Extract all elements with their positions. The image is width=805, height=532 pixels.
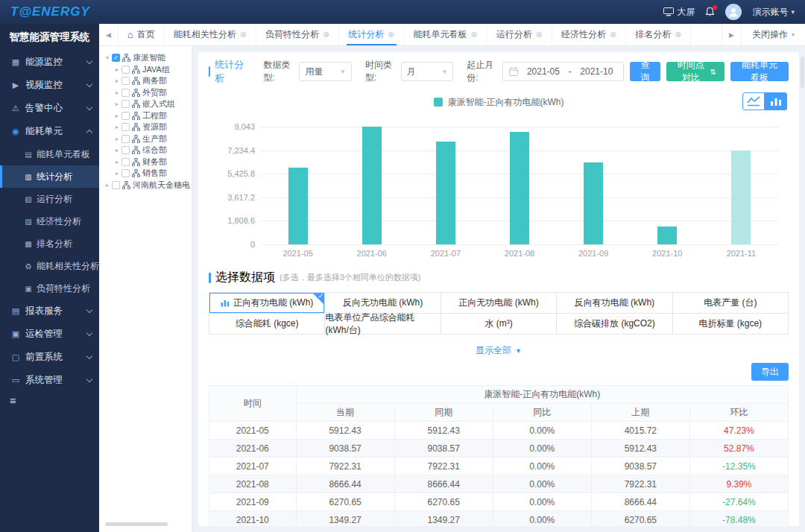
tree-checkbox[interactable] (121, 169, 130, 177)
tree-child-node-7[interactable]: ▸综合部 (104, 145, 190, 156)
collapse-menu-button[interactable]: ≡ (0, 392, 99, 407)
caret-collapsed-icon[interactable]: ▸ (113, 101, 121, 107)
tab-4[interactable]: 能耗单元看板⊗ (405, 24, 487, 45)
big-screen-button[interactable]: 大屏 (663, 6, 695, 19)
close-icon[interactable]: ⊗ (323, 30, 329, 39)
range-end-value[interactable]: 2021-10 (576, 66, 617, 77)
x-axis-tick-label: 2021-09 (557, 249, 631, 258)
data-item-6[interactable]: 电表单位产品综合能耗 (kWh/台) (325, 314, 441, 335)
time-point-compare-button[interactable]: 时间点对比 ⇅ (666, 62, 724, 81)
tree-checkbox[interactable] (121, 158, 130, 166)
tree-checkbox[interactable] (121, 135, 130, 143)
sidebar-subitem-0[interactable]: ▤能耗单元看板 (0, 143, 99, 165)
tree-child-node-0[interactable]: ▸JAVA组 (104, 64, 190, 76)
notifications-button[interactable] (705, 7, 715, 17)
tree-checkbox[interactable] (112, 54, 120, 62)
data-item-4[interactable]: 电表产量 (台) (673, 293, 789, 314)
data-item-9[interactable]: 电折标量 (kgce) (673, 314, 789, 335)
caret-collapsed-icon[interactable]: ▸ (104, 182, 111, 189)
data-item-3[interactable]: 反向有功电能 (kWh) (557, 293, 672, 314)
tree-child-node-3[interactable]: ▸嵌入式组 (104, 98, 190, 110)
tree-checkbox[interactable] (121, 77, 130, 85)
sidebar-item-1[interactable]: ▶视频监控 (0, 74, 99, 97)
caret-collapsed-icon[interactable]: ▸ (113, 170, 121, 177)
caret-collapsed-icon[interactable]: ▸ (113, 136, 121, 142)
tree-horizontal-scrollbar[interactable] (105, 522, 168, 526)
time-type-select[interactable]: 月 ▼ (401, 62, 453, 81)
data-item-0[interactable]: 正向有功电能 (kWh)✓ (209, 293, 325, 314)
sidebar-subitem-5[interactable]: ♻能耗相关性分析 (0, 255, 99, 277)
data-item-8[interactable]: 综合碳排放 (kgCO2) (557, 314, 672, 335)
tab-5[interactable]: 运行分析⊗ (487, 24, 552, 45)
tabs-scroll-left-button[interactable]: ◀ (99, 24, 119, 45)
sidebar-item-2[interactable]: ⚠告警中心 (0, 97, 99, 120)
tree-child-node-6[interactable]: ▸生产部 (104, 133, 190, 145)
tree-checkbox[interactable] (121, 112, 130, 120)
sidebar-subitem-2[interactable]: ▧运行分析 (0, 188, 99, 210)
caret-collapsed-icon[interactable]: ▸ (113, 124, 121, 130)
tree-checkbox[interactable] (121, 146, 130, 154)
tree-checkbox[interactable] (121, 89, 130, 97)
month-range-picker[interactable]: 2021-05 - 2021-10 (502, 62, 624, 81)
caret-collapsed-icon[interactable]: ▸ (113, 113, 121, 119)
close-icon[interactable]: ⊗ (471, 30, 478, 39)
close-icon[interactable]: ⊗ (610, 30, 616, 39)
sidebar-item-0[interactable]: ▦能源监控 (0, 51, 99, 74)
tab-3[interactable]: 统计分析⊗ (339, 24, 404, 45)
tree-checkbox[interactable] (112, 181, 120, 189)
sidebar-item-6[interactable]: ▢前置系统 (0, 346, 99, 369)
close-icon[interactable]: ⊗ (240, 30, 247, 39)
close-icon[interactable]: ⊗ (675, 30, 681, 39)
caret-expanded-icon[interactable]: ▾ (104, 54, 111, 61)
tab-7[interactable]: 排名分析⊗ (626, 24, 691, 45)
caret-collapsed-icon[interactable]: ▸ (113, 147, 121, 153)
tree-child-node-9[interactable]: ▸销售部 (104, 168, 190, 180)
sidebar-subitem-4[interactable]: ▩排名分析 (0, 232, 99, 255)
export-button[interactable]: 导出 (751, 363, 789, 381)
sidebar-subitem-6[interactable]: ▣负荷特性分析 (0, 277, 99, 300)
chart-type-toggles (742, 92, 787, 110)
energy-unit-board-button[interactable]: 能耗单元看板 (730, 62, 789, 81)
close-icon[interactable]: ⊗ (388, 30, 394, 39)
show-all-link[interactable]: 显示全部 ▼ (476, 344, 522, 357)
sidebar-subitem-3[interactable]: ▨经济性分析 (0, 210, 99, 232)
data-type-select[interactable]: 用量 ▼ (299, 62, 351, 81)
unit-board-icon: ▤ (23, 151, 34, 159)
tree-child-node-4[interactable]: ▸工程部 (104, 110, 190, 122)
tabs-scroll-right-button[interactable]: ▶ (722, 24, 741, 45)
tab-0[interactable]: ⌂首页 (119, 24, 165, 45)
caret-collapsed-icon[interactable]: ▸ (113, 159, 121, 165)
tree-child-node-1[interactable]: ▸商务部 (104, 75, 190, 87)
tree-checkbox[interactable] (121, 66, 130, 74)
tab-1[interactable]: 能耗相关性分析⊗ (165, 24, 256, 45)
avatar[interactable] (725, 4, 742, 20)
bar-chart-toggle[interactable] (765, 92, 787, 110)
tree-root-node[interactable]: ▾康派智能 (104, 52, 190, 64)
tab-2[interactable]: 负荷特性分析⊗ (256, 24, 339, 45)
tree-sibling-node[interactable]: ▸河南航天金穗电子有 (104, 180, 190, 191)
tree-child-node-2[interactable]: ▸外贸部 (104, 87, 190, 99)
line-chart-toggle[interactable] (742, 92, 765, 110)
user-menu[interactable]: 演示账号 ▾ (752, 6, 795, 19)
tree-child-node-8[interactable]: ▸财务部 (104, 156, 190, 168)
tab-6[interactable]: 经济性分析⊗ (552, 24, 626, 45)
close-operations-dropdown[interactable]: 关闭操作 ▾ (741, 24, 805, 45)
data-item-7[interactable]: 水 (m³) (441, 314, 557, 335)
sidebar-item-7[interactable]: ▭系统管理 (0, 369, 99, 392)
sidebar-item-5[interactable]: ▣运检管理 (0, 323, 99, 346)
tree-checkbox[interactable] (121, 100, 130, 108)
sidebar-item-3[interactable]: ◉能耗单元 (0, 120, 99, 143)
data-item-5[interactable]: 综合能耗 (kgce) (209, 314, 325, 335)
close-icon[interactable]: ⊗ (536, 30, 543, 39)
tree-checkbox[interactable] (121, 123, 130, 131)
sidebar-subitem-1[interactable]: ▥统计分析 (0, 165, 99, 188)
vertical-scrollbar[interactable] (801, 57, 804, 88)
data-item-2[interactable]: 正向无功电能 (kWh) (441, 293, 557, 314)
caret-collapsed-icon[interactable]: ▸ (113, 89, 121, 96)
range-start-value[interactable]: 2021-05 (523, 66, 564, 77)
caret-collapsed-icon[interactable]: ▸ (113, 66, 121, 73)
sidebar-item-4[interactable]: ▤报表服务 (0, 300, 99, 323)
query-button[interactable]: 查询 (630, 62, 660, 81)
tree-child-node-5[interactable]: ▸资源部 (104, 121, 190, 133)
caret-collapsed-icon[interactable]: ▸ (113, 77, 121, 84)
